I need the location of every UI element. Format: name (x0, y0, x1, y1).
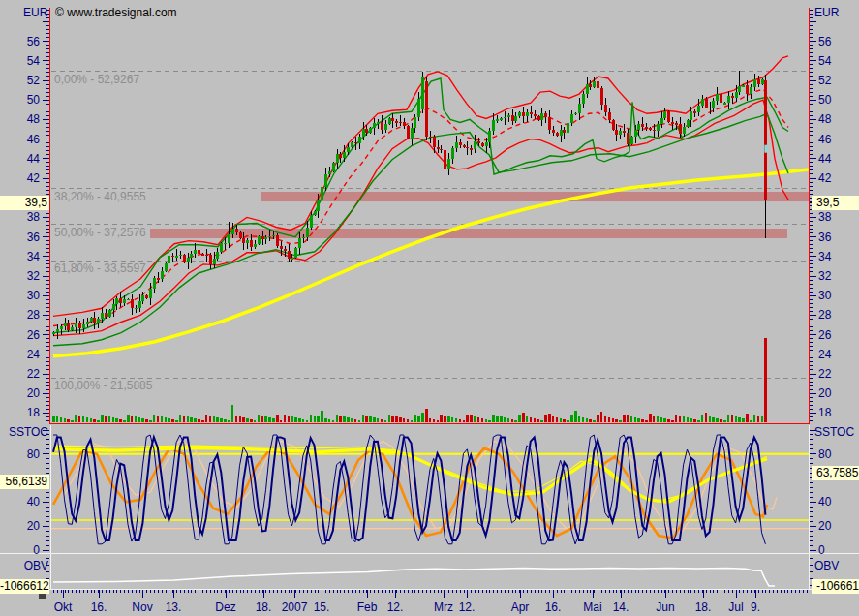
candle (693, 111, 696, 113)
candle (141, 295, 144, 301)
volume-bar (716, 418, 719, 422)
candle (701, 99, 704, 106)
volume-bar (119, 419, 122, 422)
volume-bar (548, 414, 551, 422)
chart-canvas[interactable] (0, 0, 859, 616)
volume-bar (612, 418, 615, 422)
candle (504, 117, 506, 119)
candle (589, 84, 592, 87)
candle (597, 81, 599, 88)
volume-bar (437, 420, 440, 422)
candle (71, 327, 74, 330)
candle (679, 124, 682, 134)
candle (272, 235, 275, 237)
volume-bar (589, 419, 592, 422)
volume-bar (239, 416, 242, 422)
candle (391, 118, 394, 121)
volume-bar (75, 415, 77, 422)
candle (425, 81, 428, 137)
candle (138, 301, 141, 307)
candle (463, 145, 466, 147)
volume-bar (369, 416, 372, 422)
candle (317, 200, 320, 212)
volume-bar (463, 420, 466, 422)
candle (52, 332, 55, 334)
candle (477, 141, 480, 143)
candle (574, 113, 577, 115)
volume-bar (753, 415, 756, 422)
candle (683, 127, 686, 134)
candle (488, 131, 491, 143)
volume-bar (727, 415, 730, 422)
candle (440, 149, 443, 151)
support-zone-band (261, 192, 809, 201)
volume-bar (433, 419, 436, 422)
candle (358, 137, 361, 144)
candle (135, 308, 138, 310)
volume-bar (593, 420, 596, 422)
candle (474, 141, 476, 149)
candle (168, 256, 170, 263)
candle (451, 148, 454, 158)
candle (582, 94, 585, 104)
volume-bar (388, 415, 391, 422)
volume-bar (205, 415, 208, 422)
volume-bar (224, 419, 227, 422)
candle (82, 324, 85, 328)
candle (328, 171, 331, 175)
candle (205, 255, 208, 257)
volume-bar (447, 416, 450, 422)
candle (511, 115, 514, 120)
candle (705, 99, 708, 108)
candle (411, 128, 414, 139)
candle (600, 88, 603, 105)
volume-bar (511, 419, 514, 422)
volume-bar (276, 415, 279, 422)
volume-bar (141, 418, 144, 422)
volume-bar (731, 415, 734, 422)
candle (127, 299, 130, 301)
volume-bar (540, 420, 543, 422)
candle (604, 105, 607, 112)
volume-bar (455, 418, 458, 422)
volume-bar (667, 419, 670, 422)
volume-bar (183, 416, 186, 422)
candle (712, 101, 715, 108)
candle (377, 122, 380, 124)
volume-bar (373, 417, 376, 422)
candle (534, 114, 537, 116)
volume-bar (417, 416, 420, 422)
sstoc-slow-line (53, 437, 765, 540)
volume-bar (407, 419, 410, 422)
volume-bar (216, 417, 219, 422)
volume-bar (194, 418, 197, 422)
volume-bar (280, 420, 283, 422)
volume-bar (268, 417, 271, 422)
candle (716, 94, 719, 101)
candle (757, 79, 760, 84)
tradesignal-chart-window: EUR EUR © www.tradesignal.com SSTOC SSTO… (0, 0, 859, 616)
candle (149, 289, 152, 298)
volume-bar (507, 418, 510, 422)
volume-bar (190, 417, 193, 422)
candle (246, 240, 249, 243)
volume-bar (481, 418, 484, 422)
candle (444, 150, 446, 169)
volume-bar (288, 416, 291, 422)
candle (115, 298, 118, 304)
candle (522, 112, 525, 117)
volume-bar (757, 416, 760, 422)
candle (761, 79, 764, 84)
volume-bar (131, 416, 134, 422)
volume-bar (526, 416, 529, 422)
volume-bar (153, 415, 156, 422)
volume-bar (560, 418, 563, 422)
volume-bar (582, 417, 585, 422)
volume-bar (362, 415, 365, 422)
volume-bar (709, 416, 712, 422)
candle (165, 263, 168, 271)
candle (268, 236, 271, 238)
volume-bar (429, 418, 432, 422)
volume-bar (496, 416, 499, 422)
volume-bar (71, 420, 74, 422)
